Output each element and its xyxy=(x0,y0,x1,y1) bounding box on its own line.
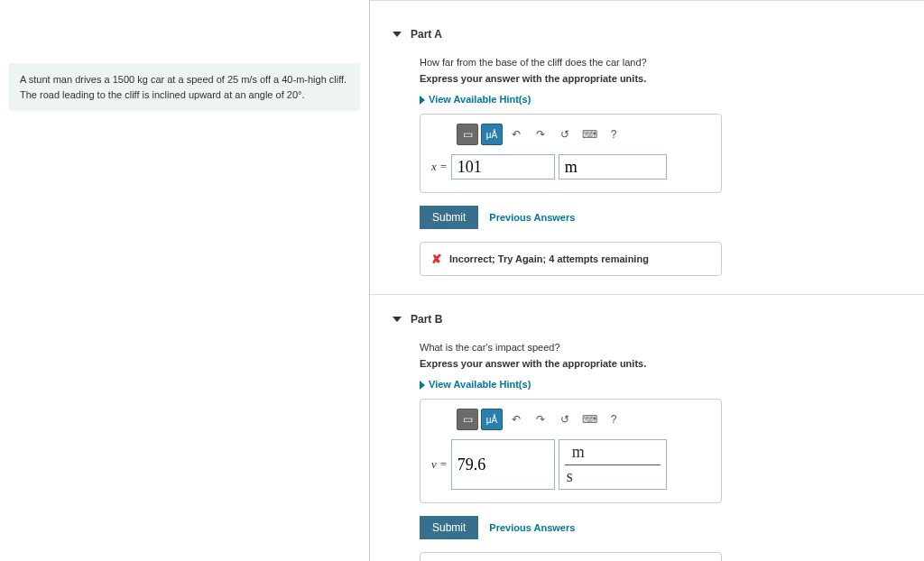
part-a-value-input[interactable] xyxy=(451,154,555,179)
redo-icon[interactable]: ↷ xyxy=(530,409,551,430)
hints-label: View Available Hint(s) xyxy=(429,379,531,390)
part-a-feedback: ✘ Incorrect; Try Again; 4 attempts remai… xyxy=(420,242,722,276)
hints-label: View Available Hint(s) xyxy=(429,94,531,105)
part-b-submit-button[interactable]: Submit xyxy=(420,516,478,539)
part-b-header[interactable]: Part B xyxy=(393,313,924,326)
part-a-submit-row: Submit Previous Answers xyxy=(420,206,924,229)
caret-down-icon xyxy=(393,317,402,322)
incorrect-icon: ✘ xyxy=(431,252,442,266)
part-b-input-row: v = m s xyxy=(431,439,710,490)
answer-toolbar: ▭ μÅ ↶ ↷ ↺ ⌨ ? xyxy=(457,124,710,145)
template-button[interactable]: ▭ xyxy=(457,409,478,430)
part-a-variable-label: x = xyxy=(431,160,448,174)
part-b-feedback: ✘ Incorrect; Try Again; 5 attempts remai… xyxy=(420,552,722,561)
part-b-answer-box: ▭ μÅ ↶ ↷ ↺ ⌨ ? v = m s xyxy=(420,399,722,503)
help-icon[interactable]: ? xyxy=(603,124,624,145)
part-b-instruction: Express your answer with the appropriate… xyxy=(420,358,924,369)
part-a-feedback-text: Incorrect; Try Again; 4 attempts remaini… xyxy=(449,253,649,264)
keyboard-icon[interactable]: ⌨ xyxy=(578,124,600,145)
part-a-answer-box: ▭ μÅ ↶ ↷ ↺ ⌨ ? x = xyxy=(420,114,722,193)
problem-pane: A stunt man drives a 1500 kg car at a sp… xyxy=(0,0,370,561)
undo-icon[interactable]: ↶ xyxy=(505,409,527,430)
part-a-instruction: Express your answer with the appropriate… xyxy=(420,73,924,84)
redo-icon[interactable]: ↷ xyxy=(530,124,551,145)
keyboard-icon[interactable]: ⌨ xyxy=(578,409,600,430)
problem-statement: A stunt man drives a 1500 kg car at a sp… xyxy=(9,63,360,111)
part-a-section: Part A How far from the base of the clif… xyxy=(370,10,924,295)
unit-numerator[interactable]: m xyxy=(565,440,661,465)
part-b-unit-input[interactable]: m s xyxy=(559,439,667,490)
part-a-question: How far from the base of the cliff does … xyxy=(420,57,924,68)
part-b-hints-toggle[interactable]: View Available Hint(s) xyxy=(420,379,531,390)
part-b-value-input[interactable] xyxy=(451,439,555,490)
part-b-question: What is the car's impact speed? xyxy=(420,342,924,353)
caret-down-icon xyxy=(393,32,402,37)
template-button[interactable]: ▭ xyxy=(457,124,478,145)
symbols-button[interactable]: μÅ xyxy=(481,409,503,430)
part-b-previous-answers-link[interactable]: Previous Answers xyxy=(489,522,575,533)
part-a-hints-toggle[interactable]: View Available Hint(s) xyxy=(420,94,531,105)
part-a-title: Part A xyxy=(411,28,442,41)
answer-toolbar: ▭ μÅ ↶ ↷ ↺ ⌨ ? xyxy=(457,409,710,430)
reset-icon[interactable]: ↺ xyxy=(554,124,576,145)
undo-icon[interactable]: ↶ xyxy=(505,124,527,145)
part-b-variable-label: v = xyxy=(431,457,448,472)
answer-pane: Part A How far from the base of the clif… xyxy=(370,0,924,561)
reset-icon[interactable]: ↺ xyxy=(554,409,576,430)
caret-right-icon xyxy=(420,96,425,105)
caret-right-icon xyxy=(420,381,425,390)
unit-denominator[interactable]: s xyxy=(559,465,666,490)
part-b-title: Part B xyxy=(411,313,442,326)
help-icon[interactable]: ? xyxy=(603,409,624,430)
part-a-header[interactable]: Part A xyxy=(393,28,924,41)
part-b-submit-row: Submit Previous Answers xyxy=(420,516,924,539)
part-b-section: Part B What is the car's impact speed? E… xyxy=(370,295,924,561)
part-a-unit-input[interactable] xyxy=(559,154,667,179)
part-a-input-row: x = xyxy=(431,154,710,179)
part-a-previous-answers-link[interactable]: Previous Answers xyxy=(489,212,575,223)
symbols-button[interactable]: μÅ xyxy=(481,124,503,145)
part-a-submit-button[interactable]: Submit xyxy=(420,206,478,229)
